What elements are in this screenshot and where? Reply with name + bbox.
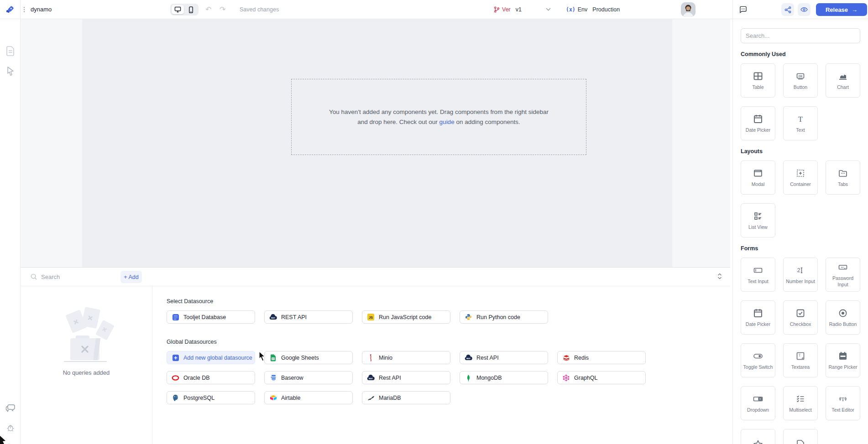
widget-card-button[interactable]: OK Button — [783, 63, 818, 98]
numberinput-icon: 2 — [795, 265, 806, 276]
datasource-oracle-db[interactable]: Oracle DB — [167, 371, 255, 384]
widget-card-radio-button[interactable]: Radio Button — [826, 300, 860, 335]
datasource-mongodb[interactable]: MongoDB — [460, 371, 548, 384]
environment-selector[interactable]: (x) Env Production — [566, 0, 620, 19]
mobile-icon — [188, 6, 193, 13]
debugger-button[interactable] — [0, 423, 21, 433]
widget-label: List View — [747, 224, 769, 230]
widget-card-modal[interactable]: Modal — [741, 160, 775, 195]
environment-chevron-down-icon[interactable] — [614, 0, 619, 19]
document-icon — [5, 46, 16, 57]
datasource-rest-api[interactable]: REST REST API — [264, 310, 353, 324]
collapse-query-panel-icon[interactable] — [717, 273, 722, 282]
datasource-tooljet-database[interactable]: Tooljet Database — [167, 310, 255, 324]
dark-mode-toggle[interactable] — [0, 442, 21, 444]
widget-card-multiselect[interactable]: Multiselect — [783, 386, 818, 420]
datasource-run-python[interactable]: Run Python code — [460, 310, 548, 324]
star-icon — [752, 439, 764, 444]
widget-card-tabs[interactable]: Tabs — [826, 160, 860, 195]
widget-search-input[interactable] — [741, 28, 860, 43]
query-list-panel: No queries added — [21, 286, 152, 444]
datasource-rest-api-global[interactable]: REST Rest API — [460, 351, 548, 364]
datasource-postgresql[interactable]: PostgreSQL — [167, 391, 255, 404]
add-query-button[interactable]: + Add — [120, 271, 142, 283]
widget-card-chart[interactable]: Chart — [826, 63, 860, 98]
select-datasource-heading: Select Datasource — [167, 298, 730, 305]
select-datasource-row: Tooljet Database REST REST API JS Run Ja… — [167, 310, 730, 324]
datasource-label: Minio — [379, 355, 392, 361]
app-canvas[interactable]: You haven't added any components yet. Dr… — [82, 19, 672, 267]
preview-button[interactable] — [798, 3, 810, 16]
desktop-layout-button[interactable] — [172, 5, 184, 14]
comments-button[interactable] — [739, 0, 747, 19]
add-global-datasource-button[interactable]: Add new global datasource — [167, 351, 255, 364]
redo-button[interactable]: ↷ — [220, 0, 225, 19]
tooljet-logo[interactable] — [0, 0, 21, 19]
mobile-layout-button[interactable] — [185, 5, 197, 14]
widget-label: Container — [789, 181, 812, 187]
svg-text:REST: REST — [369, 378, 373, 380]
query-search-input[interactable] — [41, 274, 96, 280]
datasource-run-javascript[interactable]: JS Run JavaScript code — [362, 310, 450, 324]
widget-card-toggle-switch[interactable]: Toggle Switch — [741, 343, 775, 377]
svg-text:JS: JS — [369, 315, 373, 320]
pages-button[interactable] — [0, 46, 21, 57]
widget-card-checkbox[interactable]: Checkbox — [783, 300, 818, 335]
datasource-airtable[interactable]: Airtable — [264, 391, 353, 404]
datasource-mariadb[interactable]: MariaDB — [362, 391, 450, 404]
search-icon — [31, 274, 37, 280]
datasource-baserow[interactable]: Baserow — [264, 371, 353, 384]
dropdown-icon — [752, 393, 764, 404]
widget-card-table[interactable]: Table — [741, 63, 775, 98]
widget-card-date-picker[interactable]: Date Picker — [741, 106, 775, 140]
global-datasource-row-1: Add new global datasource Google Sheets … — [167, 351, 730, 364]
datasource-google-sheets[interactable]: Google Sheets — [264, 351, 353, 364]
release-button[interactable]: Release → — [816, 3, 867, 16]
google-sheets-icon — [269, 354, 277, 361]
widget-card-text-input[interactable]: Text Input — [741, 258, 775, 292]
widget-card-number-input[interactable]: 2 Number Input — [783, 258, 818, 292]
widget-card-password-input[interactable]: ** Password Input — [826, 258, 860, 292]
widget-card-textarea[interactable]: T Textarea — [783, 343, 818, 377]
guide-link[interactable]: guide — [439, 119, 455, 125]
svg-text:REST: REST — [466, 358, 471, 360]
widget-card-text-editor[interactable]: T Text Editor — [826, 386, 860, 420]
inspector-button[interactable] — [0, 66, 21, 76]
widget-label: Radio Button — [828, 321, 858, 327]
app-menu-kebab-icon[interactable] — [21, 0, 27, 19]
left-sidebar — [0, 19, 21, 444]
tabs-icon — [837, 168, 848, 179]
datasource-rest-api-global-2[interactable]: REST Rest API — [362, 371, 450, 384]
widget-card-file-picker[interactable] — [783, 429, 818, 444]
user-avatar[interactable] — [681, 2, 695, 17]
widget-label: Date Picker — [744, 127, 772, 133]
button-icon: OK — [795, 71, 806, 82]
widget-grid-commonly-used: Table OK Button Chart Date Picker T Text — [741, 63, 860, 140]
datasource-redis[interactable]: Redis — [557, 351, 646, 364]
widget-label: Date Picker — [744, 321, 772, 327]
datasource-minio[interactable]: Minio — [362, 351, 450, 364]
datasource-graphql[interactable]: GraphQL — [557, 371, 646, 384]
undo-button[interactable]: ↶ — [205, 0, 211, 19]
query-search[interactable] — [31, 268, 96, 286]
modal-icon — [753, 168, 763, 179]
widget-card-rating[interactable] — [741, 429, 775, 444]
widget-card-text[interactable]: T Text — [783, 106, 818, 140]
moon-icon — [5, 442, 16, 444]
comments-toggle-button[interactable] — [0, 403, 21, 414]
widget-card-container[interactable]: Container — [783, 160, 818, 195]
share-button[interactable] — [781, 3, 794, 16]
widget-card-dropdown[interactable]: Dropdown — [741, 386, 775, 420]
widget-card-range-picker[interactable]: Range Picker — [826, 343, 860, 377]
version-chevron-down-icon[interactable] — [546, 0, 551, 19]
chart-icon — [837, 71, 848, 82]
svg-text:T: T — [798, 114, 803, 123]
version-selector[interactable]: Ver v1 — [494, 0, 522, 19]
header-divider — [732, 0, 733, 19]
query-panel-header: + Add — [21, 268, 730, 286]
widget-card-list-view[interactable]: List View — [741, 203, 775, 237]
listview-icon — [753, 211, 763, 222]
radiobutton-icon — [837, 308, 848, 319]
widget-card-date-picker-form[interactable]: Date Picker — [741, 300, 775, 335]
text-icon: T — [795, 114, 806, 124]
